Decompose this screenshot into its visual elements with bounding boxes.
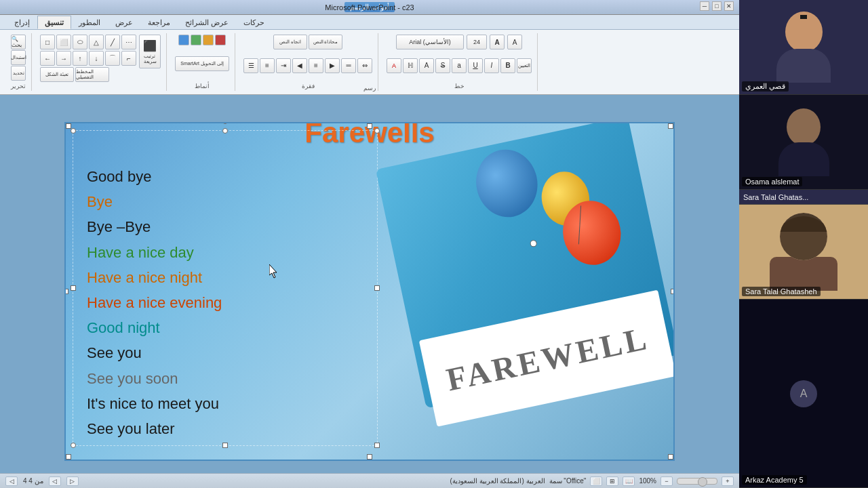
slide-handle-br[interactable] [668, 454, 673, 460]
view-reading[interactable]: 📖 [623, 476, 635, 486]
scroll-btn[interactable]: ◁ [5, 476, 18, 486]
search-btn[interactable]: 🔍 بحث [11, 35, 26, 49]
slide-handle-tr[interactable] [668, 123, 673, 129]
tab-animations[interactable]: حركات [236, 16, 272, 29]
handle-mr[interactable] [374, 285, 380, 291]
close-btn[interactable]: ✕ [724, 1, 734, 11]
slide-handle-bottom[interactable] [367, 454, 372, 460]
zoom-slider[interactable] [677, 478, 717, 485]
smartart-btn[interactable]: SmartArt إلى التحويل [175, 56, 229, 71]
shape-round[interactable]: ⬭ [73, 35, 87, 49]
handle-bm[interactable] [222, 443, 228, 448]
font-name-input[interactable]: Arial (الأساسي) [396, 35, 464, 49]
ribbon-group-font: Arial (الأساسي) 24 A A A ℍ A S a U I B ا… [381, 33, 538, 91]
line-see-you-later: See you later [87, 417, 363, 441]
styles-btn[interactable]: تعبئة الشكل [40, 67, 74, 82]
align-center[interactable]: ≡ [309, 58, 323, 73]
italic-btn[interactable]: I [484, 58, 499, 73]
outline-btn[interactable]: المخطط التفصيلي [75, 67, 109, 82]
group-label-patterns: أنماط [195, 83, 210, 89]
handle-tr[interactable] [374, 128, 380, 134]
line-nice-day: Have a nice day [87, 241, 363, 264]
decrease-font[interactable]: A [507, 35, 522, 49]
connector[interactable]: ⌒ [105, 51, 120, 66]
minimize-btn[interactable]: ─ [700, 1, 709, 11]
arrow-up[interactable]: ↑ [73, 51, 87, 66]
slide-handle-right[interactable] [671, 289, 675, 294]
arrow-right[interactable]: → [56, 51, 71, 66]
participant-2-name: Osama alslemat [742, 177, 802, 186]
text-direction-btn[interactable]: اتجاه النص [273, 35, 307, 49]
clear-format[interactable]: A [419, 58, 434, 73]
zoom-out-btn[interactable]: − [660, 476, 673, 486]
zoom-level: 100% [639, 477, 656, 485]
arrow-down[interactable]: ↓ [89, 51, 104, 66]
align-justify[interactable]: ═ [341, 58, 356, 73]
arrange-btn[interactable]: ⬛ ترتيبسريعة [139, 35, 161, 68]
font-assignment-btn[interactable]: التعيين [517, 58, 532, 73]
tab-insert[interactable]: إدراج [7, 16, 37, 29]
align-right[interactable]: ▶ [325, 58, 340, 73]
replace-btn[interactable]: استبدال [11, 50, 26, 65]
ribbon-group-shapes: □ ⬜ ⬭ △ ╱ ⋯ ← → ↑ ↓ ⌒ ⌐ تعبئة الشكل [35, 33, 167, 91]
slide-handle-top[interactable] [367, 123, 372, 129]
maximize-btn[interactable]: □ [712, 1, 722, 11]
rotate-handle[interactable] [222, 122, 229, 124]
list-number[interactable]: ≡ [260, 58, 275, 73]
tab-review[interactable]: مراجعة [140, 16, 178, 29]
font-size-input[interactable]: 24 [467, 35, 487, 49]
font-color-btn[interactable]: A [387, 58, 401, 73]
line-see-you: See you [87, 341, 363, 365]
handle-ml[interactable] [71, 285, 76, 291]
pattern-4[interactable] [215, 35, 226, 45]
arrow-left[interactable]: ← [40, 51, 55, 66]
subscript-btn[interactable]: a [452, 58, 467, 73]
select-btn[interactable]: تحديد [11, 66, 26, 81]
tab-developer[interactable]: المطور [71, 16, 108, 29]
handle-tm[interactable] [222, 128, 228, 134]
zoom-in-btn[interactable]: + [722, 476, 734, 486]
align-text-btn[interactable]: محاذاة النص [309, 35, 342, 49]
participant-1: قصي العمري [739, 0, 868, 95]
participant-1-name: قصي العمري [742, 81, 789, 92]
participant-4-avatar: A [790, 380, 817, 407]
ribbon-content: 🔍 بحث استبدال تحديد تحرير □ ⬜ ⬭ △ ╱ ⋯ [0, 30, 739, 94]
bold-btn[interactable]: B [500, 58, 515, 73]
highlight-btn[interactable]: ℍ [403, 58, 418, 73]
view-slides[interactable]: ⊞ [606, 476, 618, 486]
slide-handle-bl[interactable] [66, 454, 71, 460]
shape-triangle[interactable]: △ [89, 35, 104, 49]
shape-rect[interactable]: □ [40, 35, 55, 49]
handle-tl[interactable] [71, 128, 76, 134]
col-spacing[interactable]: ⇔ [357, 58, 372, 73]
handle-bl[interactable] [71, 443, 76, 448]
group-label-draw: رسم [363, 85, 376, 92]
shape-rect2[interactable]: ⬜ [56, 35, 71, 49]
prev-slide-btn[interactable]: ◁ [49, 476, 61, 486]
pattern-2[interactable] [191, 35, 201, 45]
line-bye-bye: Bye –Bye [87, 215, 363, 239]
tab-slideshow[interactable]: عرض الشرائح [178, 16, 236, 29]
handle-br[interactable] [374, 443, 380, 448]
align-left[interactable]: ◀ [292, 58, 307, 73]
pattern-3[interactable] [203, 35, 214, 45]
participant-3-header: Sara Talal Ghatas... [739, 190, 868, 205]
slide-handle-left[interactable] [64, 289, 68, 294]
ribbon-group-edit: 🔍 بحث استبدال تحديد تحرير [5, 33, 32, 91]
tab-view[interactable]: عرض [108, 16, 140, 29]
strikethrough-btn[interactable]: S [435, 58, 450, 73]
elbow[interactable]: ⌐ [121, 51, 136, 66]
pattern-1[interactable] [178, 35, 189, 45]
list-indent[interactable]: ⇥ [276, 58, 291, 73]
view-normal[interactable]: ⬜ [590, 476, 602, 486]
slide[interactable]: Farewells Good bye Bye Bye –Bye Have a n… [64, 122, 675, 461]
underline-btn[interactable]: U [468, 58, 483, 73]
text-box[interactable]: Good bye Bye Bye –Bye Have a nice day Ha… [73, 130, 378, 446]
shape-more[interactable]: ⋯ [121, 35, 136, 49]
tab-format[interactable]: تنسيق [37, 16, 71, 29]
slide-handle-tl[interactable] [66, 123, 71, 129]
increase-font[interactable]: A [490, 35, 505, 49]
shape-line[interactable]: ╱ [105, 35, 120, 49]
list-bullet[interactable]: ☰ [243, 58, 258, 73]
next-slide-btn[interactable]: ▷ [66, 476, 79, 486]
